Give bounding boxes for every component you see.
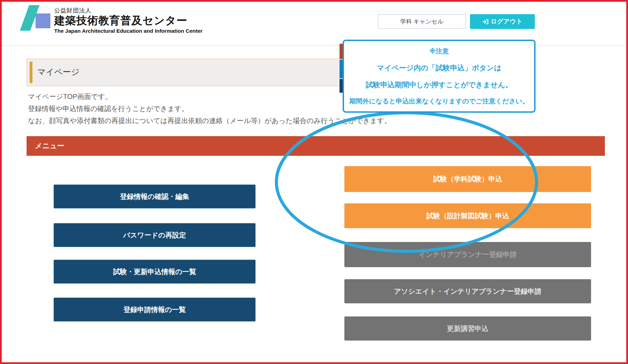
- logout-label: ログアウト: [491, 14, 522, 29]
- logout-arrow-icon: [482, 19, 489, 25]
- menu-button-password-reset[interactable]: パスワードの再設定: [53, 223, 256, 247]
- site-logo: 公益財団法人 建築技術教育普及センター The Japan Architectu…: [20, 4, 213, 42]
- notice-line: マイページ内の「試験申込」ボタンは: [377, 63, 501, 73]
- menu-button-registration-list[interactable]: 登録申請情報の一覧: [53, 297, 256, 322]
- logo-text-block: 公益財団法人 建築技術教育普及センター The Japan Architectu…: [54, 7, 213, 34]
- site-header: 公益財団法人 建築技術教育普及センター The Japan Architectu…: [2, 2, 626, 44]
- screenshot-frame: 公益財団法人 建築技術教育普及センター The Japan Architectu…: [0, 0, 628, 364]
- org-name-english: The Japan Architectural Education and In…: [54, 28, 213, 34]
- menu-button-exam-update-list[interactable]: 試験・更新申込情報の一覧: [53, 260, 256, 284]
- intro-line: なお、顔写真や添付書類の再提出については再提出依頼の連絡（メール等）があった場合…: [28, 115, 459, 127]
- logout-button[interactable]: ログアウト: [470, 14, 535, 29]
- menu-button-interior-planner-registration[interactable]: インテリアプランナー登録申請: [344, 242, 591, 267]
- notice-line: 期間外になると申込出来なくなりますのでご注意ください。: [349, 97, 529, 106]
- menu-button-renewal-course-apply[interactable]: 更新講習申込: [344, 316, 591, 341]
- occluded-navy-fragment: [340, 79, 343, 93]
- menu-section-header: メニュー: [27, 136, 605, 156]
- menu-button-registered-info[interactable]: 登録情報の確認・編集: [53, 184, 256, 209]
- occluded-blue-fragment: [340, 60, 343, 78]
- menu-button-associate-interior-planner-registration[interactable]: アソシエイト・インテリアプランナー登録申請: [344, 279, 591, 303]
- notice-callout: ※注意 マイページ内の「試験申込」ボタンは 試験申込期間中しか押すことができませ…: [343, 40, 536, 113]
- title-accent-bar: [30, 62, 32, 83]
- menu-button-seizu-exam-apply[interactable]: 試験（設計製図試験）申込: [344, 203, 591, 228]
- menu-section-label: メニュー: [35, 141, 64, 151]
- logo-square-icon: [36, 13, 50, 28]
- occluded-red-fragment: [340, 44, 343, 59]
- org-type-label: 公益財団法人: [54, 7, 213, 14]
- notice-line: 試験申込期間中しか押すことができません。: [366, 80, 512, 90]
- gakka-cancel-button[interactable]: 学科 キャンセル: [378, 14, 466, 29]
- notice-title: ※注意: [429, 47, 449, 56]
- page-title: マイページ: [37, 67, 79, 78]
- menu-button-gakka-exam-apply[interactable]: 試験（学科試験）申込: [344, 166, 591, 192]
- org-name: 建築技術教育普及センター: [54, 14, 213, 27]
